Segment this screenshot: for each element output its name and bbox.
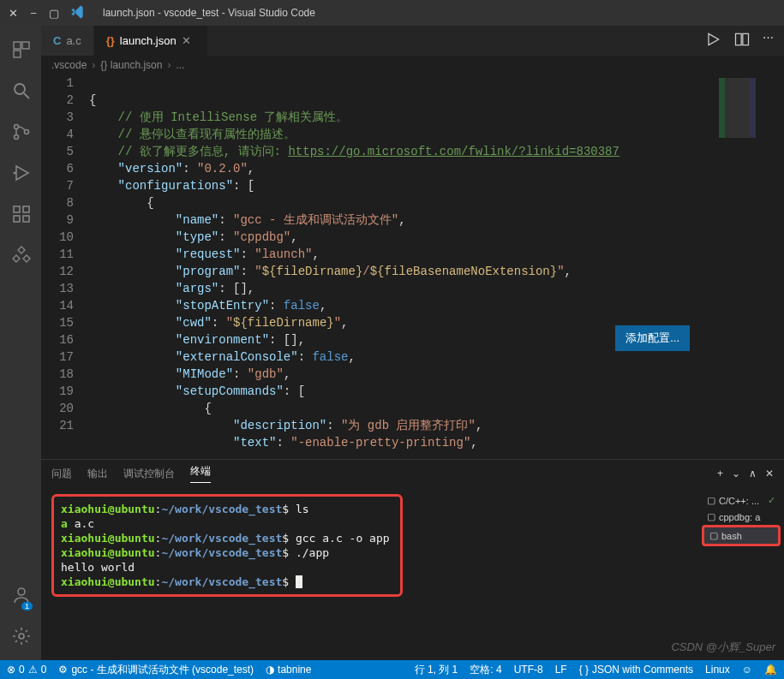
terminal-highlight-box: xiaohui@ubuntu:~/work/vscode_test$ ls a … bbox=[51, 494, 403, 597]
svg-rect-12 bbox=[736, 33, 742, 45]
chevron-down-icon[interactable]: ⌄ bbox=[732, 468, 740, 479]
svg-point-2 bbox=[15, 125, 19, 129]
svg-point-11 bbox=[19, 634, 24, 639]
terminal[interactable]: xiaohui@ubuntu:~/work/vscode_test$ ls a … bbox=[41, 487, 698, 660]
svg-rect-9 bbox=[23, 206, 29, 212]
task-item-cpp[interactable]: ▢C/C++: ...✓ bbox=[702, 492, 781, 509]
maximize-panel-icon[interactable]: ∧ bbox=[749, 468, 757, 479]
status-bell-icon[interactable]: 🔔 bbox=[764, 664, 777, 676]
minimap[interactable] bbox=[715, 74, 784, 459]
search-icon[interactable] bbox=[3, 74, 38, 108]
tab-debug-console[interactable]: 调试控制台 bbox=[123, 467, 175, 481]
breadcrumb-item[interactable]: {} launch.json bbox=[100, 59, 162, 71]
status-feedback-icon[interactable]: ☺ bbox=[742, 664, 752, 676]
terminal-task-list: ▢C/C++: ...✓ ▢cppdbg: a ▢bash bbox=[698, 487, 784, 660]
svg-rect-7 bbox=[14, 216, 20, 222]
breadcrumb-item[interactable]: .vscode bbox=[51, 59, 87, 71]
svg-rect-13 bbox=[743, 33, 749, 45]
close-icon[interactable]: ✕ bbox=[7, 7, 19, 19]
svg-point-10 bbox=[18, 588, 25, 595]
activity-bar: 1 bbox=[0, 26, 41, 660]
chevron-right-icon: › bbox=[92, 59, 95, 71]
json-file-icon: {} bbox=[106, 34, 115, 47]
window-title: launch.json - vscode_test - Visual Studi… bbox=[103, 7, 315, 19]
extensions-icon[interactable] bbox=[3, 197, 38, 231]
status-eol[interactable]: LF bbox=[555, 664, 567, 676]
task-icon: ▢ bbox=[709, 530, 718, 541]
tab-label: launch.json bbox=[120, 34, 177, 47]
tab-output[interactable]: 输出 bbox=[87, 467, 108, 481]
bottom-panel: 问题 输出 调试控制台 终端 + ⌄ ∧ ✕ xiaohui@ubuntu:~/… bbox=[41, 459, 784, 660]
c-file-icon: C bbox=[53, 34, 61, 47]
status-language[interactable]: { } JSON with Comments bbox=[579, 664, 693, 676]
svg-line-1 bbox=[24, 93, 29, 98]
chevron-right-icon: › bbox=[167, 59, 171, 71]
tab-terminal[interactable]: 终端 bbox=[190, 464, 211, 483]
svg-point-5 bbox=[14, 172, 16, 175]
status-build-task[interactable]: ⚙ gcc - 生成和调试活动文件 (vscode_test) bbox=[58, 663, 254, 677]
tab-problems[interactable]: 问题 bbox=[51, 467, 72, 481]
minimize-icon[interactable]: − bbox=[27, 7, 39, 19]
account-icon[interactable]: 1 bbox=[3, 578, 38, 612]
status-encoding[interactable]: UTF-8 bbox=[514, 664, 543, 676]
status-errors[interactable]: ⊗ 0 ⚠ 0 bbox=[7, 664, 46, 676]
breadcrumb-item[interactable]: ... bbox=[176, 59, 184, 71]
tab-label: a.c bbox=[66, 34, 81, 47]
task-icon: ▢ bbox=[707, 495, 715, 506]
account-badge: 1 bbox=[21, 602, 33, 611]
line-gutter: 123456789101112131415161718192021 bbox=[41, 74, 89, 459]
svg-point-0 bbox=[15, 84, 25, 94]
editor-tabs: Ca.c {}launch.json✕ ⋯ bbox=[41, 26, 784, 56]
close-panel-icon[interactable]: ✕ bbox=[765, 468, 774, 479]
remote-icon[interactable] bbox=[3, 238, 38, 272]
settings-gear-icon[interactable] bbox=[3, 619, 38, 653]
svg-point-4 bbox=[25, 130, 29, 134]
split-editor-icon[interactable] bbox=[733, 31, 751, 51]
tab-a-c[interactable]: Ca.c bbox=[41, 26, 94, 56]
svg-rect-6 bbox=[14, 206, 20, 212]
explorer-icon[interactable] bbox=[3, 33, 38, 67]
code-content[interactable]: { // 使用 IntelliSense 了解相关属性。 // 悬停以查看现有属… bbox=[89, 74, 715, 459]
cursor-icon bbox=[296, 575, 302, 588]
svg-point-3 bbox=[15, 135, 19, 140]
status-indent[interactable]: 空格: 4 bbox=[470, 663, 501, 677]
breadcrumb[interactable]: .vscode› {} launch.json› ... bbox=[41, 56, 784, 74]
vscode-logo-icon bbox=[69, 3, 86, 23]
status-tabnine[interactable]: ◑ tabnine bbox=[266, 664, 311, 676]
task-item-bash[interactable]: ▢bash bbox=[702, 525, 781, 546]
task-icon: ▢ bbox=[707, 511, 715, 522]
statusbar: ⊗ 0 ⚠ 0 ⚙ gcc - 生成和调试活动文件 (vscode_test) … bbox=[0, 660, 784, 679]
svg-rect-8 bbox=[23, 216, 29, 222]
close-tab-icon[interactable]: ✕ bbox=[182, 34, 195, 47]
run-icon[interactable] bbox=[704, 31, 721, 51]
tab-launch-json[interactable]: {}launch.json✕ bbox=[94, 26, 208, 56]
maximize-icon[interactable]: ▢ bbox=[48, 7, 60, 19]
task-item-cppdbg[interactable]: ▢cppdbg: a bbox=[702, 509, 781, 525]
status-cursor-position[interactable]: 行 1, 列 1 bbox=[415, 663, 458, 677]
source-control-icon[interactable] bbox=[3, 115, 38, 149]
watermark: CSDN @小辉_Super bbox=[671, 640, 775, 655]
status-os[interactable]: Linux bbox=[705, 664, 730, 676]
add-configuration-button[interactable]: 添加配置... bbox=[615, 325, 690, 351]
titlebar: ✕ − ▢ launch.json - vscode_test - Visual… bbox=[0, 0, 784, 26]
run-debug-icon[interactable] bbox=[3, 156, 38, 190]
code-editor[interactable]: 123456789101112131415161718192021 { // 使… bbox=[41, 74, 784, 459]
new-terminal-icon[interactable]: + bbox=[717, 468, 723, 479]
more-icon[interactable]: ⋯ bbox=[763, 31, 774, 51]
